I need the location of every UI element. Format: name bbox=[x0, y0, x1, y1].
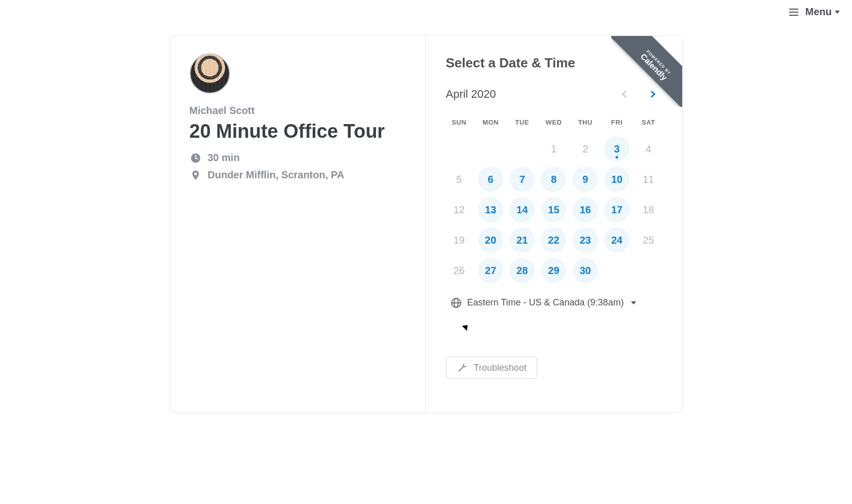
calendar-day-unavailable: 19 bbox=[446, 227, 472, 253]
calendar-day-available[interactable]: 6 bbox=[478, 167, 503, 192]
prev-month-button[interactable] bbox=[615, 84, 636, 104]
cursor-icon bbox=[462, 323, 470, 331]
calendar-day-unavailable: 4 bbox=[635, 136, 661, 162]
troubleshoot-label: Troubleshoot bbox=[474, 363, 527, 373]
wrench-icon bbox=[457, 362, 468, 373]
calendar-grid: SUNMONTUEWEDTHUFRISAT1234567891011121314… bbox=[446, 115, 662, 283]
timezone-selector[interactable]: Eastern Time - US & Canada (9:38am) bbox=[446, 297, 662, 308]
day-of-week-header: SUN bbox=[446, 115, 472, 131]
timezone-label: Eastern Time - US & Canada (9:38am) bbox=[467, 297, 624, 308]
calendar-day-unavailable: 2 bbox=[572, 136, 599, 162]
location-pin-icon bbox=[190, 169, 202, 181]
day-of-week-header: SAT bbox=[635, 115, 661, 131]
caret-down-icon bbox=[835, 11, 840, 14]
duration-row: 30 min bbox=[190, 152, 406, 164]
calendar-day-available[interactable]: 7 bbox=[509, 167, 535, 192]
globe-icon bbox=[451, 298, 461, 308]
calendar-day-unavailable: 12 bbox=[446, 197, 472, 222]
clock-icon bbox=[190, 152, 202, 164]
calendar-day-unavailable: 25 bbox=[635, 227, 661, 253]
hamburger-icon[interactable] bbox=[789, 9, 798, 16]
calendar-day-available[interactable]: 17 bbox=[604, 197, 629, 222]
date-picker-panel: POWERED BY Calendly Select a Date & Time… bbox=[426, 36, 682, 412]
calendar-day-available[interactable]: 8 bbox=[541, 167, 566, 192]
topbar: Menu bbox=[777, 0, 852, 24]
next-month-button[interactable] bbox=[642, 84, 662, 104]
chevron-right-icon bbox=[648, 91, 655, 98]
day-of-week-header: FRI bbox=[604, 115, 630, 131]
day-of-week-header: WED bbox=[540, 115, 567, 131]
picker-heading: Select a Date & Time bbox=[446, 55, 662, 71]
calendar-day-available[interactable]: 24 bbox=[604, 227, 629, 253]
calendar-day-available[interactable]: 20 bbox=[478, 227, 503, 253]
host-name: Michael Scott bbox=[190, 105, 406, 117]
month-label: April 2020 bbox=[446, 88, 609, 101]
menu-label: Menu bbox=[805, 6, 832, 18]
event-details: Michael Scott 20 Minute Office Tour 30 m… bbox=[170, 36, 426, 412]
calendar-day-available[interactable]: 23 bbox=[573, 227, 598, 253]
day-of-week-header: THU bbox=[572, 115, 599, 131]
calendar-day-available[interactable]: 10 bbox=[604, 167, 629, 192]
calendar-day-unavailable: 18 bbox=[635, 197, 661, 222]
location-text: Dunder Mifflin, Scranton, PA bbox=[208, 169, 345, 181]
host-avatar bbox=[190, 53, 230, 94]
calendar-day-unavailable: 11 bbox=[635, 167, 661, 192]
calendar-day-unavailable: 5 bbox=[446, 167, 472, 192]
calendar-day-available[interactable]: 29 bbox=[541, 258, 566, 283]
event-title: 20 Minute Office Tour bbox=[190, 121, 406, 143]
calendar-day-empty bbox=[477, 136, 504, 162]
calendar-day-available[interactable]: 16 bbox=[573, 197, 598, 222]
month-nav: April 2020 bbox=[446, 84, 662, 104]
menu-button[interactable]: Menu bbox=[805, 6, 840, 18]
troubleshoot-button[interactable]: Troubleshoot bbox=[446, 357, 537, 379]
calendar-day-available[interactable]: 28 bbox=[509, 258, 535, 283]
calendar-day-available[interactable]: 22 bbox=[541, 227, 566, 253]
calendar-day-empty bbox=[446, 136, 472, 162]
calendar-day-available[interactable]: 15 bbox=[541, 197, 566, 222]
calendar-day-available[interactable]: 3 bbox=[604, 136, 629, 162]
calendar-day-available[interactable]: 21 bbox=[509, 227, 535, 253]
day-of-week-header: TUE bbox=[509, 115, 535, 131]
chevron-left-icon bbox=[621, 91, 628, 98]
calendar-day-unavailable: 26 bbox=[446, 258, 472, 283]
calendar-day-available[interactable]: 13 bbox=[478, 197, 503, 222]
calendar-day-available[interactable]: 30 bbox=[573, 258, 598, 283]
location-row: Dunder Mifflin, Scranton, PA bbox=[190, 169, 406, 181]
calendar-day-empty bbox=[509, 136, 535, 162]
caret-down-icon bbox=[631, 301, 636, 304]
day-of-week-header: MON bbox=[477, 115, 504, 131]
calendar-day-available[interactable]: 27 bbox=[478, 258, 503, 283]
calendar-day-unavailable: 1 bbox=[540, 136, 567, 162]
booking-card: Michael Scott 20 Minute Office Tour 30 m… bbox=[170, 35, 683, 413]
calendar-day-available[interactable]: 9 bbox=[573, 167, 598, 192]
calendar-day-available[interactable]: 14 bbox=[509, 197, 535, 222]
duration-text: 30 min bbox=[208, 152, 240, 164]
